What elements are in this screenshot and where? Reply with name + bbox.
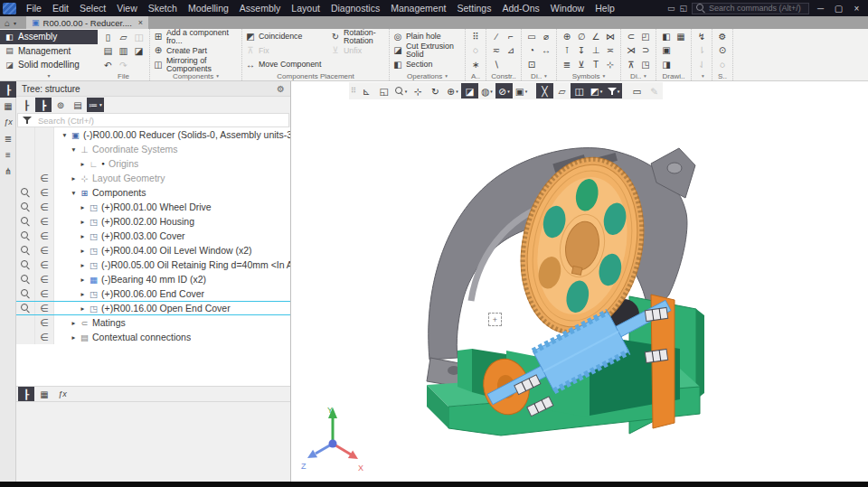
rotate-view-icon[interactable]: ↻ bbox=[427, 83, 444, 98]
exclude-from-calc-icon[interactable] bbox=[21, 275, 30, 284]
unfix-button[interactable]: ⊻Unfix bbox=[330, 44, 386, 59]
symbols-icon-10[interactable]: ≍ bbox=[603, 44, 618, 59]
tool-icon-1[interactable]: ⇂ bbox=[694, 44, 709, 59]
tool-icon-2[interactable]: ⇃ bbox=[694, 58, 709, 72]
cut-extrusion-solid-button[interactable]: ◪Cut Extrusion Solid bbox=[392, 44, 462, 59]
viewport-3d[interactable]: ⠿⊾◱▾⊹↻⊕▾◪◍▾⊘▾▣▾╳▱◫◩▾▾▭✎ + Y X Z bbox=[291, 81, 868, 482]
symbols-icon-1[interactable]: ⊺ bbox=[560, 44, 574, 59]
ribbon-group-label[interactable]: Operations▾ bbox=[392, 72, 462, 81]
tree-item[interactable]: ∈▸◳(+)R00.01.00 Wheel Drive bbox=[16, 200, 290, 214]
s-icon-0[interactable]: ⚙ bbox=[715, 30, 730, 44]
pan-icon[interactable]: ⊹ bbox=[410, 83, 427, 98]
orientation-triad[interactable]: Y X Z bbox=[300, 404, 367, 476]
included-in-calc-icon[interactable]: ∈ bbox=[40, 245, 49, 257]
a-icon-2[interactable]: ∗ bbox=[468, 58, 483, 72]
tree-item[interactable]: ▸∟●Origins bbox=[16, 156, 290, 171]
included-in-calc-icon[interactable]: ∈ bbox=[40, 230, 49, 242]
drawi-icon-0[interactable]: ◧ bbox=[659, 30, 674, 44]
menu-settings[interactable]: Settings bbox=[451, 0, 496, 16]
tab-parameters-button[interactable]: ▦ bbox=[36, 387, 52, 401]
included-in-calc-icon[interactable]: ∈ bbox=[40, 259, 49, 271]
coordinate-system-icon[interactable]: ⊾ bbox=[358, 83, 375, 98]
menu-window[interactable]: Window bbox=[545, 0, 590, 16]
menu-file[interactable]: File bbox=[21, 0, 47, 16]
display-mode-icon[interactable]: ◩▾ bbox=[588, 83, 605, 98]
print-button[interactable]: ▤ bbox=[100, 44, 116, 59]
expand-arrow-icon[interactable]: ▸ bbox=[78, 160, 88, 168]
constr-icon-3[interactable]: ⌐ bbox=[504, 30, 518, 44]
included-in-calc-icon[interactable]: ∈ bbox=[40, 187, 49, 199]
menu-select[interactable]: Select bbox=[74, 0, 111, 16]
tree-item[interactable]: ∈▾⊞Components bbox=[16, 185, 290, 200]
orientation-sphere-icon[interactable]: ◍▾ bbox=[478, 83, 495, 98]
section-button[interactable]: ◧Section bbox=[392, 58, 462, 72]
redo-button[interactable]: ↷ bbox=[116, 58, 131, 72]
exclude-from-calc-icon[interactable] bbox=[21, 231, 30, 240]
constr-icon-2[interactable]: ∖ bbox=[489, 58, 504, 72]
exclude-from-calc-icon[interactable] bbox=[21, 246, 30, 255]
menu-layout[interactable]: Layout bbox=[286, 0, 326, 16]
home-button[interactable]: ⌂ ▾ bbox=[0, 18, 21, 28]
minimize-button[interactable]: ─ bbox=[814, 4, 827, 14]
drawi-icon-1[interactable]: ▣ bbox=[659, 44, 674, 59]
expand-arrow-icon[interactable]: ▸ bbox=[78, 247, 88, 255]
menu-management[interactable]: Management bbox=[385, 0, 451, 16]
included-in-calc-icon[interactable]: ∈ bbox=[40, 201, 49, 213]
symbols-icon-4[interactable]: ↧ bbox=[574, 44, 589, 59]
filter-icon[interactable]: ▾ bbox=[605, 83, 622, 98]
expand-arrow-icon[interactable]: ▾ bbox=[69, 189, 79, 197]
di-icon-0[interactable]: ⊂ bbox=[624, 30, 638, 44]
included-in-calc-icon[interactable]: ∈ bbox=[40, 303, 49, 314]
menu-sketch[interactable]: Sketch bbox=[143, 0, 183, 16]
di-icon-1[interactable]: ⋊ bbox=[624, 44, 638, 59]
clip-indicator[interactable]: + bbox=[488, 313, 502, 326]
isometric-view-icon[interactable]: ◪ bbox=[461, 83, 478, 98]
expand-arrow-icon[interactable]: ▸ bbox=[78, 232, 88, 240]
included-in-calc-icon[interactable]: ∈ bbox=[40, 173, 49, 184]
exclude-from-calc-icon[interactable] bbox=[21, 260, 30, 269]
reducer-3d-model[interactable] bbox=[291, 81, 868, 482]
menu-diagnostics[interactable]: Diagnostics bbox=[326, 0, 385, 16]
menu-assembly[interactable]: Assembly bbox=[234, 0, 287, 16]
symbols-icon-5[interactable]: ⊻ bbox=[574, 58, 589, 72]
tab-close-icon[interactable]: × bbox=[138, 18, 143, 27]
tree-item[interactable]: ∈▸◳(+)R00.04.00 Oil Level Window (x2) bbox=[16, 243, 290, 258]
move-component-button[interactable]: ↔Move Component bbox=[245, 58, 330, 72]
included-in-calc-icon[interactable]: ∈ bbox=[40, 216, 49, 228]
save-document-button[interactable]: ◫ bbox=[131, 30, 146, 44]
menu-modelling[interactable]: Modelling bbox=[183, 0, 234, 16]
tree-view-composition-button[interactable]: ┣ bbox=[35, 98, 52, 112]
coincidence-button[interactable]: ◩Coincidence bbox=[245, 30, 330, 44]
expand-arrow-icon[interactable]: ▸ bbox=[69, 319, 79, 327]
document-tab[interactable]: ▣ R00.00.00 - Reducer.... × bbox=[26, 16, 148, 29]
rotation-rotation-button[interactable]: ↻Rotation-Rotation bbox=[330, 30, 386, 44]
panel-structure-button[interactable]: ⋔ bbox=[0, 163, 16, 179]
symbols-icon-8[interactable]: T bbox=[589, 58, 603, 72]
di-icon-2[interactable]: ⊡ bbox=[524, 58, 539, 72]
close-button[interactable]: × bbox=[850, 4, 863, 14]
constr-icon-4[interactable]: ⊿ bbox=[504, 44, 518, 59]
tree-item[interactable]: ▾▣(-)R00.00.00 Reducer (Solids-0, Assemb… bbox=[16, 127, 290, 142]
a-icon-0[interactable]: ⠿ bbox=[468, 30, 483, 44]
symbols-icon-7[interactable]: ⊥ bbox=[589, 44, 603, 59]
tree-item[interactable]: ▾⊥Coordinate Systems bbox=[16, 142, 290, 156]
di-icon-5[interactable]: ◳ bbox=[638, 58, 653, 72]
tab-variables-button[interactable]: ƒx bbox=[54, 387, 71, 401]
ribbon-group-label[interactable]: Components▾ bbox=[153, 72, 239, 81]
tab-tree-button[interactable]: ┠ bbox=[18, 387, 34, 401]
symbols-icon-2[interactable]: ≣ bbox=[560, 58, 574, 72]
tree-filter-icon[interactable] bbox=[23, 116, 32, 125]
di-icon-3[interactable]: ⌀ bbox=[539, 30, 553, 44]
ribbon-group-label[interactable]: File bbox=[100, 72, 146, 81]
panel-parameters-button[interactable]: ▦ bbox=[0, 98, 16, 114]
included-in-calc-icon[interactable]: ∈ bbox=[40, 317, 49, 329]
local-section-icon[interactable]: ◫ bbox=[571, 83, 588, 98]
command-search-input[interactable] bbox=[709, 4, 805, 13]
drawi-icon-2[interactable]: ◨ bbox=[659, 58, 674, 72]
expand-arrow-icon[interactable]: ▸ bbox=[78, 261, 88, 269]
window-layout-icon[interactable]: ▭ bbox=[667, 4, 675, 13]
expand-arrow-icon[interactable]: ▸ bbox=[78, 290, 88, 298]
tree-item[interactable]: ∈▸◳(+)R00.16.00 Open End Cover bbox=[16, 301, 290, 315]
view-projection-icon[interactable]: ◱ bbox=[375, 83, 392, 98]
constr-icon-1[interactable]: ≂ bbox=[489, 44, 504, 59]
